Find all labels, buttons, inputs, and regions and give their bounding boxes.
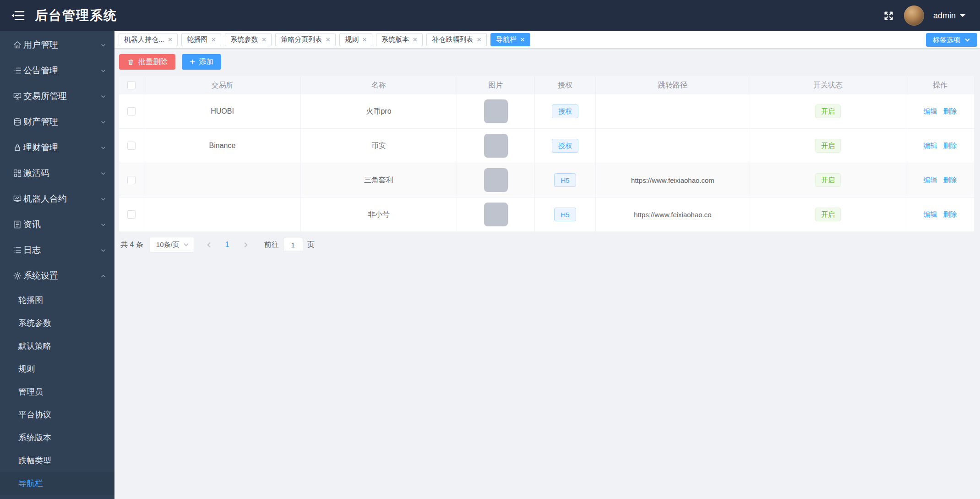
column-header: 开关状态 bbox=[750, 76, 906, 94]
next-page-button[interactable] bbox=[237, 242, 254, 248]
close-icon[interactable]: × bbox=[362, 36, 367, 44]
chevron-up-icon bbox=[99, 272, 107, 280]
cell-actions: 编辑删除 bbox=[906, 129, 975, 163]
close-icon[interactable]: × bbox=[477, 36, 481, 44]
authorize-button[interactable]: 授权 bbox=[552, 139, 578, 153]
sidebar-item-6[interactable]: 激活码 bbox=[0, 160, 114, 186]
pagination: 共 4 条 10条/页 1 前往 页 bbox=[119, 237, 975, 252]
sidebar-item-9[interactable]: 日志 bbox=[0, 237, 114, 263]
sidebar-item-3[interactable]: 交易所管理 bbox=[0, 83, 114, 109]
page-size-value: 10条/页 bbox=[156, 241, 180, 249]
trash-icon bbox=[127, 58, 135, 66]
board-icon bbox=[12, 194, 22, 204]
cell-auth: H5 bbox=[535, 163, 596, 197]
sidebar-item-label: 财产管理 bbox=[23, 116, 99, 128]
sidebar-item-7[interactable]: 机器人合约 bbox=[0, 186, 114, 212]
goto-page: 前往 页 bbox=[264, 238, 315, 252]
tab-label: 规则 bbox=[345, 35, 359, 44]
edit-link[interactable]: 编辑 bbox=[924, 142, 937, 150]
tag-options-button[interactable]: 标签选项 bbox=[926, 33, 977, 47]
table-row: Binance币安授权开启编辑删除 bbox=[119, 129, 975, 163]
close-icon[interactable]: × bbox=[326, 36, 330, 44]
sidebar-item-8[interactable]: 资讯 bbox=[0, 212, 114, 237]
sidebar-item-4[interactable]: 财产管理 bbox=[0, 109, 114, 135]
edit-link[interactable]: 编辑 bbox=[924, 176, 937, 185]
sidebar-subitem-3[interactable]: 默认策略 bbox=[0, 334, 114, 357]
hamburger-icon[interactable] bbox=[11, 10, 25, 22]
sidebar-subitem-1[interactable]: 轮播图 bbox=[0, 289, 114, 312]
sidebar-subitem-6[interactable]: 平台协议 bbox=[0, 403, 114, 426]
user-menu[interactable]: admin bbox=[933, 11, 965, 21]
authorize-button[interactable]: 授权 bbox=[552, 104, 578, 118]
close-icon[interactable]: × bbox=[168, 36, 173, 44]
batch-delete-button[interactable]: 批量删除 bbox=[119, 54, 175, 70]
sidebar-subitem-2[interactable]: 系统参数 bbox=[0, 312, 114, 334]
page-size-select[interactable]: 10条/页 bbox=[150, 237, 194, 252]
h5-button[interactable]: H5 bbox=[554, 208, 576, 221]
chevron-down-icon bbox=[99, 93, 107, 100]
gear-icon bbox=[12, 271, 22, 281]
sidebar-item-label: 日志 bbox=[23, 244, 99, 256]
cell-jump-path bbox=[596, 129, 750, 163]
sidebar-subitem-8[interactable]: 跌幅类型 bbox=[0, 449, 114, 472]
sidebar-item-2[interactable]: 公告管理 bbox=[0, 58, 114, 83]
tab-2[interactable]: 轮播图× bbox=[181, 33, 221, 46]
delete-link[interactable]: 删除 bbox=[943, 176, 957, 185]
current-page[interactable]: 1 bbox=[218, 241, 237, 249]
tab-6[interactable]: 系统版本× bbox=[376, 33, 423, 46]
sidebar-item-10[interactable]: 系统设置 bbox=[0, 263, 114, 289]
tab-3[interactable]: 系统参数× bbox=[225, 33, 272, 46]
cell-actions: 编辑删除 bbox=[906, 94, 975, 128]
select-all-checkbox[interactable] bbox=[127, 81, 136, 89]
sidebar-item-label: 理财管理 bbox=[23, 142, 99, 154]
chevron-down-icon bbox=[183, 242, 189, 248]
row-checkbox[interactable] bbox=[127, 142, 136, 150]
sidebar-item-label: 公告管理 bbox=[23, 65, 99, 77]
close-icon[interactable]: × bbox=[520, 36, 525, 44]
image-placeholder bbox=[484, 134, 508, 158]
document-icon bbox=[12, 219, 22, 230]
close-icon[interactable]: × bbox=[211, 36, 216, 44]
prev-page-button[interactable] bbox=[201, 242, 218, 248]
sidebar-item-5[interactable]: 理财管理 bbox=[0, 135, 114, 160]
image-placeholder bbox=[484, 99, 508, 123]
edit-link[interactable]: 编辑 bbox=[924, 210, 937, 219]
tab-5[interactable]: 规则× bbox=[339, 33, 372, 46]
sidebar-subitem-9[interactable]: 导航栏 bbox=[0, 472, 114, 495]
row-checkbox[interactable] bbox=[127, 107, 136, 115]
fullscreen-icon[interactable] bbox=[882, 10, 895, 22]
cell-jump-path bbox=[596, 94, 750, 128]
close-icon[interactable]: × bbox=[261, 36, 266, 44]
sidebar-item-1[interactable]: 用户管理 bbox=[0, 32, 114, 58]
goto-page-input[interactable] bbox=[283, 238, 303, 252]
h5-button[interactable]: H5 bbox=[554, 173, 576, 187]
row-actions: 编辑删除 bbox=[924, 107, 957, 116]
add-button[interactable]: + 添加 bbox=[182, 54, 221, 70]
sidebar-subitem-5[interactable]: 管理员 bbox=[0, 380, 114, 403]
avatar[interactable] bbox=[904, 5, 924, 26]
sidebar-subitem-7[interactable]: 系统版本 bbox=[0, 426, 114, 449]
image-placeholder bbox=[484, 168, 508, 192]
list-icon bbox=[12, 66, 22, 76]
delete-link[interactable]: 删除 bbox=[943, 142, 957, 150]
tags-bar: 机器人持仓...×轮播图×系统参数×策略分页列表×规则×系统版本×补仓跌幅列表×… bbox=[114, 31, 980, 49]
delete-link[interactable]: 删除 bbox=[943, 107, 957, 116]
close-icon[interactable]: × bbox=[413, 36, 417, 44]
delete-link[interactable]: 删除 bbox=[943, 210, 957, 219]
row-actions: 编辑删除 bbox=[924, 210, 957, 219]
tab-8[interactable]: 导航栏× bbox=[490, 33, 530, 46]
edit-link[interactable]: 编辑 bbox=[924, 107, 937, 116]
row-checkbox[interactable] bbox=[127, 176, 136, 184]
tab-7[interactable]: 补仓跌幅列表× bbox=[426, 33, 487, 46]
chevron-down-icon bbox=[99, 67, 107, 75]
sidebar-item-label: 交易所管理 bbox=[23, 90, 99, 102]
checkbox-cell bbox=[119, 94, 144, 128]
sidebar-item-label: 激活码 bbox=[23, 167, 99, 179]
cell-switch-status: 开启 bbox=[750, 163, 906, 197]
cell-name: 币安 bbox=[301, 129, 457, 163]
cell-actions: 编辑删除 bbox=[906, 163, 975, 197]
tab-1[interactable]: 机器人持仓...× bbox=[119, 33, 178, 46]
sidebar-subitem-4[interactable]: 规则 bbox=[0, 357, 114, 380]
tab-4[interactable]: 策略分页列表× bbox=[275, 33, 336, 46]
row-checkbox[interactable] bbox=[127, 210, 136, 219]
